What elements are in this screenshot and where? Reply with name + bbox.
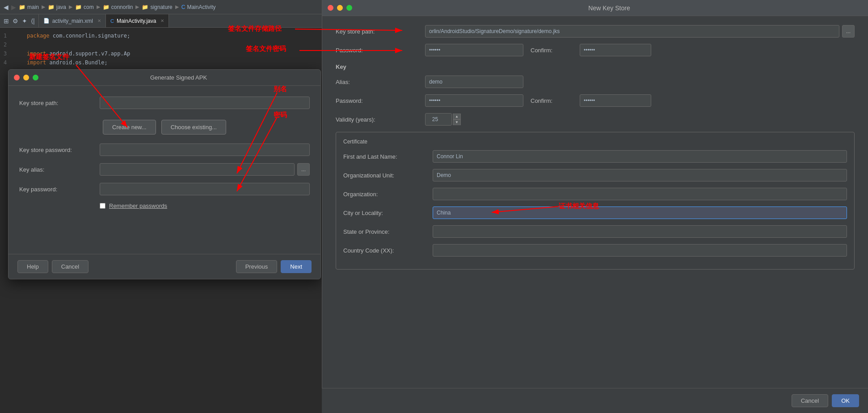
nks-alias-label: Alias:	[336, 79, 425, 85]
structure-icon[interactable]: ⊞	[4, 17, 9, 25]
sep1: ▶	[42, 4, 45, 10]
nks-key-confirm-input[interactable]	[580, 94, 651, 107]
close-tab-java-icon[interactable]: ✕	[160, 18, 164, 23]
nks-content: Key store path: ... Password: Confirm: K…	[322, 16, 868, 278]
nks-org-unit-input[interactable]	[433, 169, 847, 181]
nks-alias-input[interactable]	[425, 76, 523, 88]
key-store-path-input[interactable]	[100, 97, 310, 109]
key-store-password-row: Key store password:	[19, 143, 310, 156]
spinner-up-button[interactable]: ▲	[453, 114, 461, 119]
key-password-row: Key password:	[19, 183, 310, 195]
sep5: ▶	[175, 4, 179, 10]
nks-key-store-path-with-btn: ...	[425, 25, 855, 38]
folder-connorlin-icon: 📁	[103, 4, 110, 10]
nks-state-row: State or Province:	[343, 225, 847, 238]
breadcrumb-signature[interactable]: 📁 signature	[142, 4, 172, 10]
key-password-input[interactable]	[100, 183, 310, 195]
sep3: ▶	[97, 4, 100, 10]
generate-signed-apk-dialog: Generate Signed APK Key store path: Crea…	[8, 69, 321, 279]
nks-state-label: State or Province:	[343, 228, 433, 235]
nks-first-last-name-input[interactable]	[433, 150, 847, 163]
breadcrumb-com[interactable]: 📁 com	[75, 4, 94, 10]
close-tab-xml-icon[interactable]: ✕	[97, 18, 101, 23]
nav-forward-icon[interactable]: ▶	[11, 4, 16, 11]
breadcrumb-mainactivity[interactable]: C MainActivity	[181, 4, 216, 10]
remember-passwords-label[interactable]: Remember passwords	[109, 202, 167, 209]
nks-password-row: Password: Confirm:	[336, 44, 855, 56]
code-line-4: import android.os.Bundle;	[27, 58, 322, 67]
nks-organization-label: Organization:	[343, 191, 433, 198]
key-store-password-label: Key store password:	[19, 147, 100, 153]
nks-city-input[interactable]	[433, 206, 847, 219]
previous-button[interactable]: Previous	[236, 260, 278, 273]
inspect-icon[interactable]: ✦	[22, 17, 27, 25]
sep4: ▶	[135, 4, 139, 10]
nav-back-icon[interactable]: ◀	[4, 4, 8, 11]
dialog-gen-button-group: Create new... Choose existing...	[19, 120, 310, 135]
create-new-button[interactable]: Create new...	[103, 120, 156, 135]
nks-confirm-input[interactable]	[580, 44, 651, 56]
folder-icon: 📁	[19, 4, 25, 10]
dialog-gen-content: Key store path: Create new... Choose exi…	[8, 86, 320, 220]
nks-org-unit-label: Organizational Unit:	[343, 172, 433, 179]
folder-java-icon: 📁	[48, 4, 55, 10]
nks-country-input[interactable]	[433, 244, 847, 257]
nks-confirm-label: Confirm:	[531, 47, 580, 54]
sep2: ▶	[69, 4, 72, 10]
tl-yellow-nks[interactable]	[337, 5, 343, 11]
nks-browse-button[interactable]: ...	[842, 25, 855, 38]
key-alias-browse-button[interactable]: ...	[297, 163, 310, 176]
cancel-button[interactable]: Cancel	[52, 260, 88, 273]
key-alias-label: Key alias:	[19, 166, 100, 173]
spinner-down-button[interactable]: ▼	[453, 119, 461, 125]
collapse-icon[interactable]: ⟨|	[31, 17, 35, 25]
nks-footer: Cancel OK	[322, 388, 868, 413]
certificate-section: Certificate First and Last Name: Organiz…	[336, 132, 855, 270]
tl-red-nks[interactable]	[328, 5, 333, 11]
key-alias-input[interactable]	[100, 163, 295, 176]
ide-toolbar: ⊞ ⚙ ✦ ⟨|	[0, 14, 39, 27]
tl-green-gen[interactable]	[33, 75, 38, 80]
choose-existing-button[interactable]: Choose existing...	[161, 120, 226, 135]
help-button[interactable]: Help	[17, 260, 48, 273]
tab-activity-main-xml[interactable]: 📄 activity_main.xml ✕	[39, 14, 106, 27]
footer-right-buttons: Previous Next	[236, 260, 312, 273]
tl-red-gen[interactable]	[14, 75, 20, 80]
nks-first-last-name-label: First and Last Name:	[343, 153, 433, 160]
nks-key-password-input[interactable]	[425, 94, 523, 107]
nks-organization-row: Organization:	[343, 188, 847, 200]
breadcrumb-main[interactable]: 📁 main	[19, 4, 39, 10]
nks-password-label: Password:	[336, 47, 425, 54]
breadcrumb-connorlin[interactable]: 📁 connorlin	[103, 4, 133, 10]
dialog-gen-footer: Help Cancel Previous Next	[8, 254, 320, 279]
nks-organization-input[interactable]	[433, 188, 847, 200]
nks-validity-label: Validity (years):	[336, 116, 425, 123]
nks-city-label: City or Locality:	[343, 210, 433, 216]
file-icon: C	[181, 4, 185, 10]
nks-org-unit-row: Organizational Unit:	[343, 169, 847, 181]
code-line-2	[27, 40, 322, 49]
code-line-1: package com.connorlin.signature;	[27, 31, 322, 40]
nks-password-input[interactable]	[425, 44, 523, 56]
nks-city-row: City or Locality:	[343, 206, 847, 219]
nks-alias-row: Alias:	[336, 76, 855, 88]
tl-green-nks[interactable]	[346, 5, 352, 11]
remember-passwords-checkbox[interactable]	[100, 203, 105, 209]
key-alias-row: Key alias: ...	[19, 163, 310, 176]
nks-state-input[interactable]	[433, 225, 847, 238]
nks-key-store-path-input[interactable]	[425, 25, 839, 38]
dialog-gen-title: Generate Signed APK	[42, 74, 315, 81]
breadcrumb-java[interactable]: 📁 java	[48, 4, 66, 10]
ide-breadcrumb-bar: ◀ ▶ 📁 main ▶ 📁 java ▶ 📁 com ▶ 📁 connorli…	[0, 0, 322, 14]
next-button[interactable]: Next	[281, 260, 312, 273]
nks-key-section-header: Key	[336, 63, 855, 70]
nks-validity-input[interactable]	[425, 113, 452, 126]
key-store-password-input[interactable]	[100, 143, 310, 156]
nks-cancel-button[interactable]: Cancel	[792, 394, 828, 407]
key-store-path-row: Key store path:	[19, 97, 310, 109]
nks-ok-button[interactable]: OK	[832, 394, 859, 407]
settings-icon[interactable]: ⚙	[13, 17, 18, 25]
folder-sig-icon: 📁	[142, 4, 148, 10]
tab-mainactivity-java[interactable]: C MainActivity.java ✕	[106, 14, 169, 27]
tl-yellow-gen[interactable]	[23, 75, 29, 80]
